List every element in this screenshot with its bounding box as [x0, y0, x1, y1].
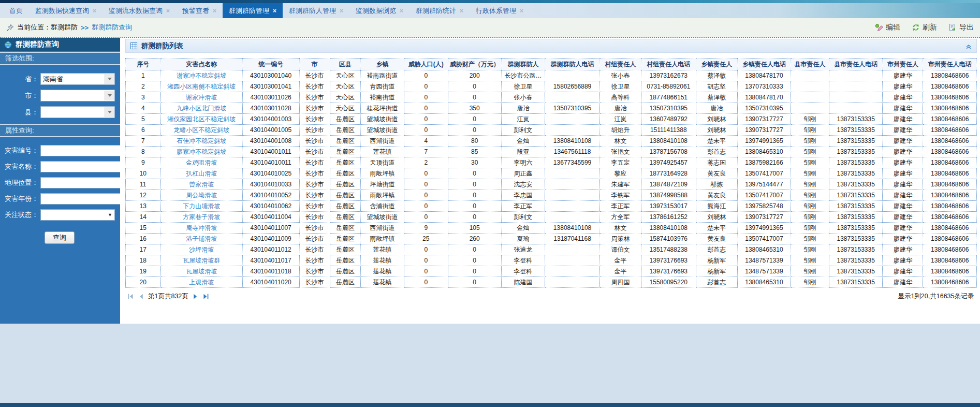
breadcrumb-current-link[interactable]: 群测群防查询	[92, 23, 132, 32]
county-select[interactable]	[40, 106, 115, 118]
cell: 3	[126, 92, 161, 103]
column-header[interactable]: 序号	[126, 59, 161, 70]
province-select[interactable]: 湖南省	[40, 73, 115, 85]
disaster-link[interactable]: 瓦屋坡滑坡群	[183, 257, 220, 264]
cell: 0	[404, 277, 448, 288]
column-header[interactable]: 群测群防人电话	[545, 59, 600, 70]
cell: 廖建华	[883, 157, 923, 168]
disaster-link[interactable]: 扒杠山滑坡	[186, 170, 217, 177]
disaster-link[interactable]: 港子铺滑坡	[186, 235, 217, 242]
disaster-link[interactable]: 下力山塘滑坡	[183, 202, 220, 210]
disaster-link[interactable]: 方家巷子滑坡	[183, 213, 220, 221]
first-page-icon[interactable]	[127, 293, 134, 300]
tab-行政体系管理[interactable]: 行政体系管理×	[470, 3, 530, 18]
tab-close-icon[interactable]: ×	[213, 8, 216, 14]
disaster-name-cell[interactable]: 庵寺冲滑坡	[160, 223, 242, 234]
disaster-name-cell[interactable]: 方家巷子滑坡	[160, 212, 242, 223]
disaster-name-cell[interactable]: 湘仪家园北区不稳定斜坡	[160, 114, 242, 125]
tab-close-icon[interactable]: ×	[273, 8, 276, 14]
column-header[interactable]: 乡镇责任人	[696, 59, 737, 70]
column-header[interactable]: 灾害点名称	[160, 59, 242, 70]
disaster-name-cell[interactable]: 石佳冲不稳定斜坡	[160, 136, 242, 147]
disaster-link[interactable]: 谢家冲滑坡	[186, 94, 217, 101]
disaster-name-cell[interactable]: 周公坳滑坡	[160, 190, 242, 201]
disaster-name-cell[interactable]: 廖家冲不稳定斜坡	[160, 147, 242, 157]
tab-close-icon[interactable]: ×	[166, 8, 170, 14]
tab-群测群防人管理[interactable]: 群测群防人管理×	[283, 3, 349, 18]
tab-close-icon[interactable]: ×	[340, 8, 343, 14]
tab-close-icon[interactable]: ×	[400, 8, 403, 14]
cell: 9	[126, 157, 161, 168]
disaster-link[interactable]: 湘仪家园北区不稳定斜坡	[167, 115, 236, 123]
disaster-name-cell[interactable]: 谢家冲不稳定斜坡	[160, 70, 242, 81]
tab-群测群防管理[interactable]: 群测群防管理×	[223, 3, 283, 18]
disaster-link[interactable]: 庵寺冲滑坡	[186, 224, 217, 231]
tab-群测群防统计[interactable]: 群测群防统计×	[409, 3, 470, 18]
column-header[interactable]: 威胁财产（万元）	[448, 59, 501, 70]
export-button[interactable]: 导出	[948, 23, 974, 32]
disaster-link[interactable]: 九峰小区北门滑坡	[177, 105, 226, 112]
disaster-link[interactable]: 曾家滑坡	[189, 181, 214, 188]
column-header[interactable]: 县市责任人	[791, 59, 829, 70]
disaster-name-cell[interactable]: 瓦屋坡滑坡群	[160, 255, 242, 266]
disaster-link[interactable]: 石佳冲不稳定斜坡	[177, 137, 226, 144]
column-header[interactable]: 威胁人口(人)	[404, 59, 448, 70]
tab-监测数据快速查询[interactable]: 监测数据快速查询×	[29, 3, 103, 18]
disaster-link[interactable]: 廖家冲不稳定斜坡	[177, 148, 226, 155]
tab-close-icon[interactable]: ×	[93, 8, 96, 14]
prev-page-icon[interactable]	[138, 293, 144, 300]
tab-首页[interactable]: 首页	[3, 3, 29, 18]
column-header[interactable]: 区县	[330, 59, 360, 70]
chevron-down-icon[interactable]	[105, 74, 114, 84]
cell	[829, 70, 882, 81]
disaster-name-cell[interactable]: 金鸡咀滑坡	[160, 157, 242, 168]
disaster-name-cell[interactable]: 下力山塘滑坡	[160, 201, 242, 212]
column-header[interactable]: 群测群防人	[501, 59, 545, 70]
tab-监测数据浏览[interactable]: 监测数据浏览×	[349, 3, 409, 18]
refresh-button[interactable]: 刷新	[912, 23, 937, 32]
disaster-link[interactable]: 瓦屋坡滑坡	[186, 268, 217, 275]
column-header[interactable]: 市州责任人	[883, 59, 923, 70]
column-header[interactable]: 乡镇责任人电话	[737, 59, 791, 70]
collapse-panel-icon[interactable]	[965, 42, 972, 50]
cell: 13975144477	[737, 179, 791, 190]
cell: 岳麓区	[330, 179, 360, 190]
disaster-link[interactable]: 湘园小区南侧不稳定斜坡	[167, 83, 236, 90]
disaster-name-cell[interactable]: 港子铺滑坡	[160, 234, 242, 244]
disaster-link[interactable]: 金鸡咀滑坡	[186, 159, 217, 166]
tab-预警查看[interactable]: 预警查看×	[176, 3, 223, 18]
column-header[interactable]: 统一编号	[242, 59, 299, 70]
disaster-name-cell[interactable]: 上观滑坡	[160, 277, 242, 288]
disaster-link[interactable]: 上观滑坡	[189, 279, 214, 286]
next-page-icon[interactable]	[192, 293, 199, 300]
disaster-name-cell[interactable]: 谢家冲滑坡	[160, 92, 242, 103]
disaster-link[interactable]: 谢家冲不稳定斜坡	[177, 72, 226, 79]
tab-监测流水数据查询[interactable]: 监测流水数据查询×	[103, 3, 176, 18]
disaster-name-cell[interactable]: 沙坪滑坡	[160, 244, 242, 255]
disaster-name-cell[interactable]: 龙蟠小区不稳定斜坡	[160, 125, 242, 136]
disaster-name-cell[interactable]: 九峰小区北门滑坡	[160, 103, 242, 114]
disaster-link[interactable]: 龙蟠小区不稳定斜坡	[173, 126, 229, 134]
chevron-down-icon[interactable]	[105, 91, 114, 100]
column-header[interactable]: 村组责任人	[599, 59, 641, 70]
disaster-name-cell[interactable]: 曾家滑坡	[160, 179, 242, 190]
city-select[interactable]	[40, 90, 115, 101]
disaster-link[interactable]: 沙坪滑坡	[189, 246, 214, 253]
edit-button[interactable]: 编辑	[875, 23, 900, 32]
last-page-icon[interactable]	[202, 293, 209, 300]
tab-close-icon[interactable]: ×	[460, 8, 463, 14]
chevron-down-icon[interactable]	[105, 107, 114, 117]
disaster-link[interactable]: 周公坳滑坡	[186, 192, 217, 199]
cell: 13873153335	[829, 147, 882, 157]
search-button[interactable]: 查询	[45, 231, 75, 244]
disaster-name-cell[interactable]: 瓦屋坡滑坡	[160, 266, 242, 277]
status-select[interactable]: ▼	[40, 209, 115, 221]
column-header[interactable]: 市州责任人电话	[923, 59, 977, 70]
disaster-name-cell[interactable]: 扒杠山滑坡	[160, 168, 242, 179]
column-header[interactable]: 市	[299, 59, 330, 70]
column-header[interactable]: 村组责任人电话	[641, 59, 696, 70]
disaster-name-cell[interactable]: 湘园小区南侧不稳定斜坡	[160, 81, 242, 92]
column-header[interactable]: 县市责任人电话	[829, 59, 882, 70]
column-header[interactable]: 乡镇	[360, 59, 404, 70]
tab-close-icon[interactable]: ×	[520, 8, 523, 14]
